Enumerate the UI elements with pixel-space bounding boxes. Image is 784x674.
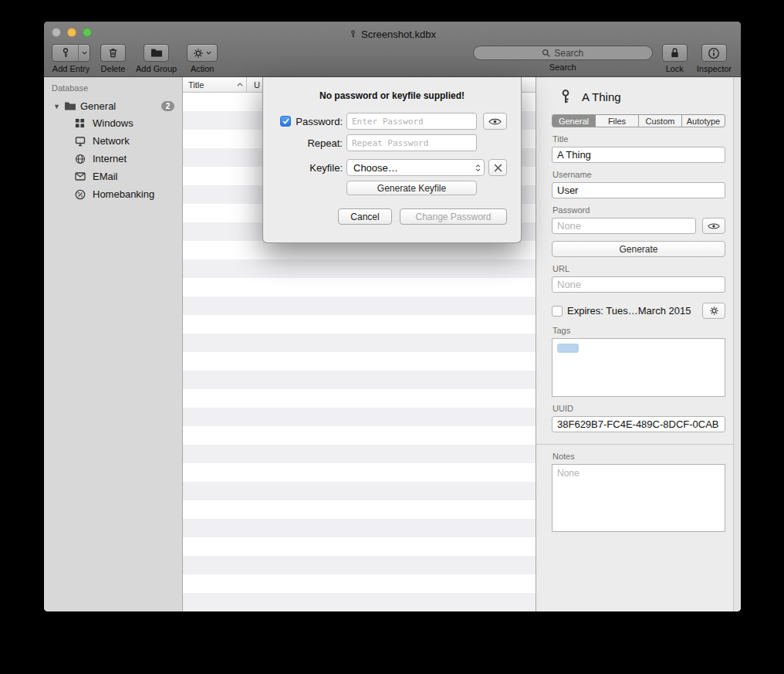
- chevron-down-icon: [206, 51, 211, 55]
- trash-icon: [107, 47, 119, 59]
- tab-custom[interactable]: Custom: [639, 115, 682, 127]
- generate-password-button[interactable]: Generate: [552, 241, 725, 257]
- document-key-icon: [349, 29, 357, 39]
- sidebar-item-homebanking[interactable]: Homebanking: [44, 185, 182, 203]
- tab-general[interactable]: General: [553, 115, 596, 127]
- sidebar-item-general[interactable]: ▼ General 2: [44, 98, 182, 114]
- search-input[interactable]: Search: [473, 46, 653, 60]
- toolbar-right-group: Search Search Lock: [473, 44, 732, 73]
- username-field-label: Username: [553, 170, 725, 179]
- tag-chip[interactable]: [557, 344, 579, 353]
- column-header-title[interactable]: Title: [183, 77, 246, 92]
- inspector-header: A Thing: [558, 88, 725, 105]
- delete-button[interactable]: [100, 44, 126, 62]
- keyfile-label: Keyfile:: [309, 162, 343, 174]
- change-password-dialog: No password or keyfile supplied! Passwor…: [262, 77, 522, 243]
- entry-title: A Thing: [582, 90, 621, 103]
- expires-label: Expires: Tues…March 2015: [567, 305, 691, 317]
- action-button[interactable]: [187, 44, 218, 62]
- uuid-field[interactable]: [552, 416, 725, 432]
- tags-label: Tags: [553, 326, 725, 335]
- traffic-lights: [52, 28, 92, 37]
- dialog-password-row: Password:: [263, 113, 521, 130]
- tags-field[interactable]: [552, 338, 725, 397]
- folder-icon: [150, 48, 163, 58]
- repeat-label: Repeat:: [307, 137, 343, 149]
- tab-files[interactable]: Files: [596, 115, 639, 127]
- sidebar-item-label: Homebanking: [93, 188, 154, 200]
- sidebar: Database ▼ General 2 Windows: [44, 77, 183, 611]
- password-field-label: Password: [553, 205, 725, 215]
- sidebar-item-email[interactable]: EMail: [44, 168, 182, 185]
- expires-checkbox[interactable]: [552, 306, 563, 317]
- title-field[interactable]: [552, 147, 725, 163]
- username-field[interactable]: [552, 182, 725, 198]
- add-entry-button[interactable]: [52, 44, 90, 62]
- password-checkbox[interactable]: [280, 116, 291, 127]
- uuid-label: UUID: [553, 404, 725, 413]
- search-label: Search: [549, 63, 576, 72]
- show-password-button[interactable]: [483, 113, 507, 130]
- column-title-label: Title: [188, 80, 204, 90]
- expires-settings-button[interactable]: [702, 303, 725, 319]
- info-icon: [708, 47, 720, 59]
- sidebar-section-header: Database: [44, 83, 182, 98]
- password-field[interactable]: [552, 218, 696, 234]
- lock-icon: [670, 47, 680, 59]
- inspector-panel: A Thing General Files Custom Autotype Ti…: [536, 77, 741, 611]
- window-grid-icon: [75, 117, 86, 129]
- sidebar-item-windows[interactable]: Windows: [44, 114, 182, 132]
- clear-keyfile-button[interactable]: [488, 159, 507, 176]
- delete-label: Delete: [101, 64, 126, 73]
- close-button[interactable]: [52, 28, 61, 37]
- add-group-button[interactable]: [144, 44, 169, 62]
- title-field-label: Title: [553, 134, 725, 144]
- chevron-down-icon[interactable]: [78, 45, 90, 61]
- minimize-button[interactable]: [67, 28, 76, 37]
- url-field[interactable]: [552, 276, 725, 293]
- window-header: Screenshot.kdbx Add Entry: [44, 22, 741, 77]
- stepper-icon: [475, 164, 481, 171]
- gear-icon: [193, 48, 204, 59]
- sidebar-item-label: General: [80, 100, 116, 112]
- repeat-password-input[interactable]: [346, 134, 477, 151]
- generate-keyfile-button[interactable]: Generate Keyfile: [346, 181, 477, 195]
- close-x-icon: [494, 164, 502, 172]
- change-password-button[interactable]: Change Password: [400, 208, 507, 225]
- zoom-button[interactable]: [83, 28, 92, 37]
- percent-icon: [75, 188, 86, 200]
- dialog-keyfile-row: Keyfile: Choose…: [263, 159, 521, 176]
- cancel-button[interactable]: Cancel: [338, 208, 392, 225]
- add-entry-label: Add Entry: [52, 64, 90, 73]
- monitor-icon: [75, 135, 86, 147]
- toolbar: Add Entry Delete: [44, 42, 741, 73]
- search-placeholder: Search: [554, 48, 583, 59]
- keyfile-select[interactable]: Choose…: [346, 159, 485, 176]
- toolbar-item-add-entry: Add Entry: [52, 44, 90, 73]
- inspector-scrollbar[interactable]: [733, 77, 741, 611]
- toolbar-item-lock: Lock: [662, 44, 688, 73]
- sidebar-item-internet[interactable]: Internet: [44, 150, 182, 168]
- lock-label: Lock: [666, 64, 684, 73]
- inspector-button[interactable]: [701, 44, 727, 62]
- column-header-username[interactable]: U: [247, 80, 260, 90]
- tab-autotype[interactable]: Autotype: [682, 115, 725, 127]
- expires-row: Expires: Tues…March 2015: [552, 303, 725, 319]
- notes-label: Notes: [553, 452, 725, 461]
- show-password-button[interactable]: [702, 218, 725, 234]
- sidebar-item-network[interactable]: Network: [44, 132, 182, 150]
- enter-password-input[interactable]: [346, 113, 477, 130]
- inspector-tabs: General Files Custom Autotype: [552, 114, 725, 127]
- notes-field[interactable]: [552, 464, 725, 532]
- key-icon: [52, 45, 78, 61]
- count-badge: 2: [161, 101, 174, 111]
- lock-button[interactable]: [662, 44, 688, 62]
- toolbar-item-action: Action: [187, 44, 218, 73]
- sidebar-item-label: Network: [93, 135, 130, 147]
- disclosure-triangle-icon[interactable]: ▼: [53, 103, 60, 110]
- action-label: Action: [191, 64, 215, 73]
- folder-icon: [64, 101, 76, 111]
- toolbar-item-delete: Delete: [100, 44, 126, 73]
- dialog-repeat-row: Repeat:: [263, 134, 521, 151]
- app-window: Screenshot.kdbx Add Entry: [44, 22, 741, 611]
